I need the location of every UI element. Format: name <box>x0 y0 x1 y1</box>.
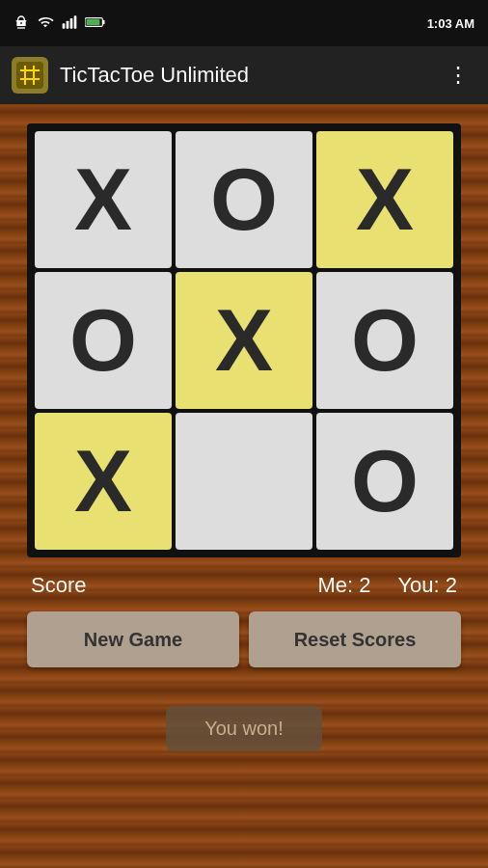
score-me: Me: 2 <box>317 573 370 598</box>
menu-button[interactable]: ⋮ <box>440 59 476 92</box>
cell-symbol-6: X <box>74 438 132 525</box>
game-board[interactable]: XOXOXOXO <box>27 123 461 557</box>
board-cell-6[interactable]: X <box>35 413 172 550</box>
battery-icon <box>85 15 106 32</box>
cell-symbol-1: O <box>210 156 278 243</box>
svg-rect-7 <box>16 62 43 89</box>
status-bar-time: 1:03 AM <box>427 16 474 31</box>
board-cell-1[interactable]: O <box>176 131 312 268</box>
board-cell-0[interactable]: X <box>35 131 172 268</box>
board-cell-5[interactable]: O <box>316 272 453 409</box>
svg-rect-1 <box>67 20 69 28</box>
cell-symbol-5: O <box>351 297 419 384</box>
board-cell-8[interactable]: O <box>316 413 453 550</box>
app-title: TicTacToe Unlimited <box>60 63 428 88</box>
score-row: Score Me: 2 You: 2 <box>27 557 461 606</box>
status-bar-left <box>14 14 106 33</box>
main-content: XOXOXOXO Score Me: 2 You: 2 New Game Res… <box>0 104 488 868</box>
cell-symbol-2: X <box>356 156 414 243</box>
board-cell-3[interactable]: O <box>35 272 172 409</box>
title-bar: TicTacToe Unlimited ⋮ <box>0 46 488 104</box>
result-badge: You won! <box>166 706 322 751</box>
cell-symbol-8: O <box>351 438 419 525</box>
cell-symbol-3: O <box>69 297 137 384</box>
result-message: You won! <box>204 718 284 739</box>
board-cell-4[interactable]: X <box>176 272 312 409</box>
score-you: You: 2 <box>397 573 457 598</box>
buttons-row: New Game Reset Scores <box>27 611 461 667</box>
cell-symbol-4: X <box>215 297 273 384</box>
board-cell-2[interactable]: X <box>316 131 453 268</box>
status-bar: 1:03 AM <box>0 0 488 46</box>
board-cell-7[interactable] <box>176 413 312 550</box>
svg-rect-2 <box>70 18 73 29</box>
svg-rect-5 <box>86 19 99 25</box>
wifi-icon <box>37 14 54 33</box>
svg-rect-3 <box>74 15 77 28</box>
alarm-icon <box>14 14 29 33</box>
svg-rect-6 <box>102 19 104 23</box>
reset-scores-button[interactable]: Reset Scores <box>249 611 461 667</box>
score-label: Score <box>31 573 317 598</box>
signal-icon <box>62 14 77 33</box>
app-icon <box>12 57 48 94</box>
svg-rect-0 <box>63 23 66 28</box>
new-game-button[interactable]: New Game <box>27 611 239 667</box>
cell-symbol-0: X <box>74 156 132 243</box>
